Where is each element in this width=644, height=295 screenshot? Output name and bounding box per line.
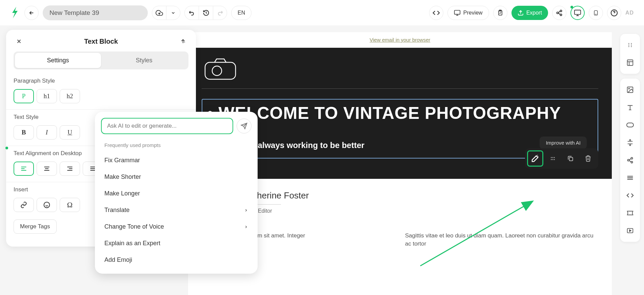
view-in-browser-link[interactable]: View email in your browser <box>370 37 430 43</box>
delete-block-button[interactable] <box>580 150 596 167</box>
svg-rect-32 <box>627 60 633 66</box>
style-h2[interactable]: h2 <box>60 89 80 103</box>
export-label: Export <box>526 10 542 16</box>
svg-rect-10 <box>205 62 236 79</box>
svg-point-38 <box>631 161 633 163</box>
svg-point-18 <box>551 157 552 158</box>
browser-link-row: View email in your browser <box>188 32 612 48</box>
mobile-view-button[interactable] <box>589 6 603 20</box>
user-badge[interactable]: AD <box>625 10 634 16</box>
ai-prompt-item[interactable]: Fix Grammar <box>95 152 258 169</box>
rail-banner-icon[interactable] <box>620 205 640 221</box>
panel-tabs: Settings Styles <box>14 51 188 69</box>
app-logo <box>10 6 20 20</box>
paragraph-style-label: Paragraph Style <box>6 75 196 87</box>
ai-tooltip: Improve with AI <box>540 136 587 149</box>
save-group <box>152 6 180 20</box>
topbar: New Template 39 EN Preview Export <box>0 0 644 25</box>
italic-button[interactable]: I <box>37 125 57 140</box>
svg-point-30 <box>628 46 629 47</box>
svg-rect-35 <box>627 123 633 127</box>
ai-prompt-item[interactable]: Add Emoji <box>95 252 258 268</box>
rail-spacer-icon[interactable] <box>620 135 640 150</box>
insert-symbol-button[interactable]: Ω <box>60 198 80 212</box>
preview-label: Preview <box>463 10 483 16</box>
close-panel-button[interactable] <box>14 36 24 47</box>
ai-prompt-item[interactable]: Make Longer <box>95 185 258 202</box>
cloud-save-button[interactable] <box>152 6 166 20</box>
desktop-view-button[interactable] <box>570 6 585 20</box>
svg-point-11 <box>212 66 222 76</box>
rail-image-icon[interactable] <box>620 82 640 98</box>
history-group <box>184 6 227 20</box>
svg-point-29 <box>631 45 632 46</box>
svg-point-4 <box>560 14 562 16</box>
undo-button[interactable] <box>184 6 199 20</box>
align-left-button[interactable] <box>14 162 34 176</box>
export-button[interactable]: Export <box>511 6 548 20</box>
ai-prompt-input[interactable] <box>101 118 233 134</box>
camera-icon <box>202 57 598 81</box>
insert-emoji-button[interactable] <box>37 198 57 212</box>
svg-point-31 <box>631 46 632 47</box>
svg-point-27 <box>631 43 632 44</box>
back-button[interactable] <box>24 6 39 20</box>
ai-prompt-popup: Frequently used prompts Fix GrammarMake … <box>95 112 258 274</box>
ai-prompt-item[interactable]: Explain as an Expert <box>95 235 258 252</box>
svg-point-37 <box>628 160 629 161</box>
right-rail <box>620 34 640 242</box>
ai-prompt-item[interactable]: Make Shorter <box>95 169 258 185</box>
svg-point-28 <box>628 45 629 46</box>
ai-prompt-item[interactable]: Change Tone of Voice <box>95 218 258 235</box>
rail-html-icon[interactable] <box>620 188 640 203</box>
rail-drag-icon[interactable] <box>620 37 640 53</box>
svg-point-26 <box>628 43 629 44</box>
chevron-right-icon <box>244 208 248 212</box>
svg-point-7 <box>596 14 596 14</box>
rail-layout-icon[interactable] <box>620 55 640 70</box>
bold-button[interactable]: B <box>14 125 34 140</box>
svg-point-34 <box>628 88 629 89</box>
language-button[interactable]: EN <box>231 6 251 20</box>
code-button[interactable] <box>429 6 443 20</box>
chevron-right-icon <box>244 225 248 229</box>
move-block-button[interactable] <box>545 150 561 167</box>
duplicate-block-button[interactable] <box>562 150 579 167</box>
rail-button-icon[interactable] <box>620 117 640 133</box>
redo-button[interactable] <box>213 6 227 20</box>
share-button[interactable] <box>552 6 566 20</box>
headline-text[interactable]: • WELCOME TO VINTAGE PHOTOGRAPHY <box>207 103 593 123</box>
insert-link-button[interactable] <box>14 198 34 212</box>
align-right-button[interactable] <box>60 162 80 176</box>
svg-point-23 <box>554 159 555 160</box>
rail-social-icon[interactable] <box>620 152 640 168</box>
rail-text-icon[interactable] <box>620 100 640 115</box>
ai-section-title: Frequently used prompts <box>95 140 258 152</box>
hero-divider <box>202 88 598 89</box>
svg-rect-0 <box>454 10 460 14</box>
align-center-button[interactable] <box>37 162 57 176</box>
style-h1[interactable]: h1 <box>37 89 57 103</box>
ai-send-button[interactable] <box>237 119 251 133</box>
tab-styles[interactable]: Styles <box>101 53 187 68</box>
tab-settings[interactable]: Settings <box>15 53 101 68</box>
svg-point-9 <box>44 202 50 208</box>
rail-menu-icon[interactable] <box>620 170 640 186</box>
block-toolbar <box>525 148 598 169</box>
save-dropdown-button[interactable] <box>166 6 180 20</box>
paragraph-style-row: P h1 h2 <box>6 87 196 108</box>
clipboard-button[interactable] <box>493 6 507 20</box>
svg-point-2 <box>560 10 562 12</box>
expand-panel-button[interactable] <box>178 36 188 47</box>
merge-tags-button[interactable]: Merge Tags <box>14 219 57 234</box>
rail-video-icon[interactable] <box>620 223 640 238</box>
preview-button[interactable]: Preview <box>447 6 489 20</box>
improve-ai-button[interactable] <box>527 150 543 167</box>
style-p[interactable]: P <box>14 89 34 103</box>
ai-prompt-item[interactable]: Translate <box>95 202 258 218</box>
history-button[interactable] <box>199 6 213 20</box>
help-button[interactable] <box>607 6 621 20</box>
svg-point-21 <box>551 159 552 160</box>
underline-button[interactable]: U <box>60 125 80 140</box>
template-name-field[interactable]: New Template 39 <box>43 5 148 20</box>
